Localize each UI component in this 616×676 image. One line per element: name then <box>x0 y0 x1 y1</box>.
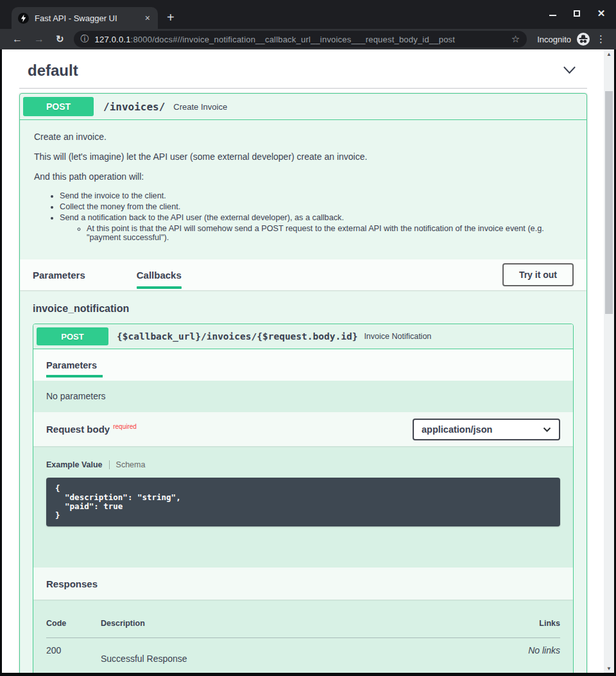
forward-icon[interactable]: → <box>28 30 50 49</box>
tab-close-icon[interactable]: × <box>144 13 151 22</box>
col-links: Links <box>490 619 560 628</box>
callback-summary[interactable]: POST {$callback_url}/invoices/{$request.… <box>33 324 573 349</box>
incognito-icon <box>577 33 590 46</box>
operation-description: Create an invoice. This will (let's imag… <box>20 120 586 259</box>
request-body-header: Request bodyrequired application/json <box>33 412 573 446</box>
reload-icon[interactable]: ↻ <box>50 30 70 49</box>
opblock-summary[interactable]: POST /invoices/ Create Invoice <box>20 94 586 120</box>
required-label: required <box>113 423 137 430</box>
example-code-block[interactable]: { "description": "string", "paid": true … <box>46 478 560 526</box>
callback-name: invoice_notification <box>33 303 574 315</box>
callback-opblock: POST {$callback_url}/invoices/{$request.… <box>33 324 574 673</box>
tab-parameters[interactable]: Parameters <box>33 259 85 290</box>
description-paragraph: This will (let's imagine) let the API us… <box>34 152 572 162</box>
operation-tabbar: Parameters Callbacks Try it out <box>20 259 586 290</box>
no-parameters-text: No parameters <box>33 381 573 412</box>
post-invoices-opblock: POST /invoices/ Create Invoice Create an… <box>19 93 587 673</box>
description-bullet-list: Send the invoice to the client. Collect … <box>34 191 572 242</box>
description-paragraph: And this path operation will: <box>34 171 572 182</box>
window-controls: ✕ <box>548 8 606 19</box>
swagger-page: default POST /invoices/ Create Invoice C… <box>2 49 604 673</box>
responses-table: Code Description Links 200 Successful Re… <box>33 600 573 673</box>
collapse-chevron-icon[interactable] <box>560 64 579 78</box>
select-chevron-icon <box>543 427 551 432</box>
col-description: Description <box>101 619 490 628</box>
tab-divider <box>109 460 110 469</box>
operation-summary: Create Invoice <box>173 102 227 112</box>
scrollbar-thumb[interactable] <box>605 91 613 314</box>
table-row: 200 Successful Response No links <box>46 645 560 664</box>
browser-toolbar: ← → ↻ ⓘ 127.0.0.1:8000/docs#//invoice_no… <box>0 29 616 49</box>
page-viewport: default POST /invoices/ Create Invoice C… <box>2 49 614 673</box>
callback-tabbar: Parameters <box>33 349 573 381</box>
try-it-out-button[interactable]: Try it out <box>502 263 574 286</box>
operation-path: /invoices/ <box>103 101 165 113</box>
tab-example-value[interactable]: Example Value <box>46 460 103 469</box>
incognito-badge: Incognito <box>532 33 592 46</box>
maximize-button[interactable] <box>572 9 581 18</box>
col-code: Code <box>46 619 101 628</box>
address-bar[interactable]: ⓘ 127.0.0.1:8000/docs#//invoice_notifica… <box>74 31 527 48</box>
browser-menu-icon[interactable]: ⋮ <box>592 33 610 45</box>
request-body-example: Example Value Schema { "description": "s… <box>33 446 573 568</box>
close-window-button[interactable]: ✕ <box>597 9 606 18</box>
callbacks-section: invoice_notification POST {$callback_url… <box>20 290 586 673</box>
callback-tab-parameters[interactable]: Parameters <box>46 360 103 377</box>
incognito-label: Incognito <box>537 35 571 44</box>
minimize-button[interactable] <box>548 9 557 18</box>
callback-method-badge: POST <box>37 327 108 345</box>
response-links: No links <box>490 645 560 664</box>
browser-window: Fast API - Swagger UI × + ✕ ← → ↻ ⓘ 127.… <box>0 0 616 676</box>
response-description: Successful Response <box>101 645 490 664</box>
page-scrollbar[interactable]: ▲ ▼ <box>604 49 614 673</box>
media-type-value: application/json <box>422 424 492 435</box>
tab-schema[interactable]: Schema <box>116 460 146 469</box>
fastapi-favicon-icon <box>18 13 29 24</box>
table-divider <box>46 637 560 638</box>
sub-bullet-item: At this point is that the API will someh… <box>87 224 565 242</box>
media-type-select[interactable]: application/json <box>413 419 560 440</box>
default-section-header[interactable]: default <box>19 49 587 89</box>
browser-titlebar: Fast API - Swagger UI × + ✕ <box>0 0 616 29</box>
bookmark-star-icon[interactable]: ☆ <box>511 33 520 45</box>
tab-title: Fast API - Swagger UI <box>35 13 138 23</box>
url-text: 127.0.0.1:8000/docs#//invoice_notificati… <box>95 35 506 44</box>
bullet-item: Collect the money from the client. <box>60 202 572 211</box>
new-tab-button[interactable]: + <box>167 10 175 25</box>
method-badge: POST <box>23 97 94 116</box>
bullet-item: Send the invoice to the client. <box>60 191 572 200</box>
description-paragraph: Create an invoice. <box>34 132 572 142</box>
back-icon[interactable]: ← <box>6 30 28 49</box>
scroll-down-icon[interactable]: ▼ <box>606 664 612 673</box>
section-title: default <box>28 62 78 80</box>
tab-callbacks[interactable]: Callbacks <box>137 259 182 290</box>
callback-summary-text: Invoice Notification <box>364 332 431 341</box>
scroll-up-icon[interactable]: ▲ <box>606 49 612 58</box>
request-body-label: Request bodyrequired <box>46 424 137 435</box>
responses-label: Responses <box>46 578 98 589</box>
callback-path: {$callback_url}/invoices/{$request.body.… <box>117 331 357 342</box>
responses-header: Responses <box>33 568 573 600</box>
site-info-icon[interactable]: ⓘ <box>81 33 89 45</box>
url-host: 127.0.0.1 <box>95 35 131 44</box>
bullet-item: Send a notification back to the API user… <box>60 213 572 222</box>
response-code: 200 <box>46 645 101 664</box>
url-path: :8000/docs#//invoice_notification__callb… <box>131 35 455 44</box>
browser-tab[interactable]: Fast API - Swagger UI × <box>12 7 158 29</box>
